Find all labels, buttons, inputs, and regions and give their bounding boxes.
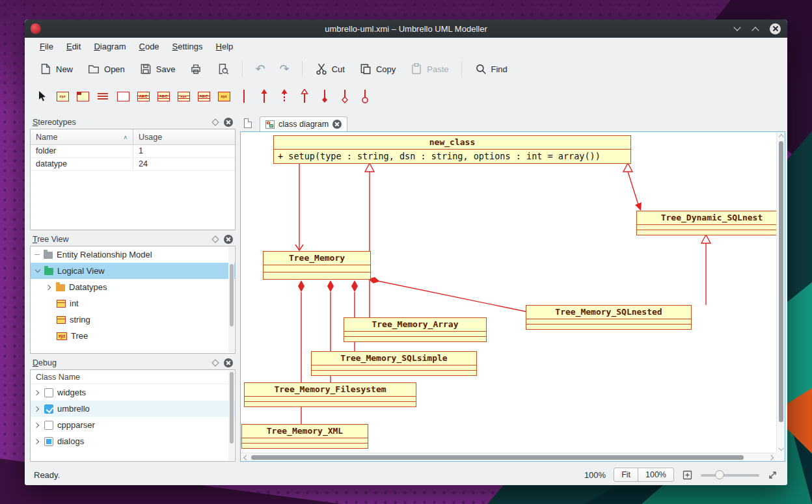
new-tab-button[interactable] (243, 118, 254, 130)
debug-item-umbrello[interactable]: umbrello (31, 401, 235, 417)
checkbox-unchecked[interactable] (44, 388, 53, 397)
stereotype-row[interactable]: folder 1 (31, 145, 235, 158)
checkbox-checked[interactable] (44, 405, 53, 414)
class-box-tree-memory-xml[interactable]: Tree_Memory_XML (241, 424, 368, 449)
generalization-tool-button[interactable] (297, 88, 312, 104)
float-dock-icon[interactable] (211, 359, 219, 366)
class-box-tree-memory-sqlnested[interactable]: Tree_Memory_SQLnested (526, 305, 692, 330)
enum-tool-button[interactable]: ABC (196, 88, 211, 104)
chevron-right-icon[interactable] (34, 438, 40, 444)
class-box-tree-memory-sqlsimple[interactable]: Tree_Memory_SQLsimple (311, 351, 477, 376)
menu-diagram[interactable]: Diagram (88, 40, 131, 53)
class-tool-button[interactable]: ABC (136, 88, 150, 104)
close-dock-icon[interactable] (224, 118, 233, 127)
undo-button[interactable]: ↶ (250, 59, 270, 79)
menu-settings[interactable]: Settings (167, 40, 209, 53)
tree-item-datatypes[interactable]: Datatypes (31, 279, 235, 295)
directed-association-tool-button[interactable] (257, 88, 271, 104)
class-box-tree-memory-filesystem[interactable]: Tree_Memory_Filesystem (244, 382, 416, 407)
debug-item-cppparser[interactable]: cppparser (31, 417, 235, 433)
dependency-tool-button[interactable] (277, 88, 291, 104)
new-button[interactable]: New (34, 59, 78, 79)
containment-tool-button[interactable] (358, 88, 372, 104)
chevron-right-icon[interactable] (46, 284, 52, 290)
canvas-vertical-scrollbar[interactable] (776, 132, 785, 453)
entity-tool-button[interactable]: xyz (217, 88, 231, 104)
titlebar[interactable]: umbrello-uml.xmi – Umbrello UML Modeller (25, 20, 787, 38)
scroll-right-icon[interactable] (769, 455, 774, 460)
open-button[interactable]: Open (82, 59, 130, 79)
tree-view-dock-header[interactable]: Tree View (30, 233, 236, 246)
float-dock-icon[interactable] (211, 118, 219, 126)
select-tool-button[interactable] (35, 88, 49, 104)
print-preview-button[interactable] (211, 59, 235, 79)
chevron-right-icon[interactable] (34, 390, 40, 395)
save-button[interactable]: Save (134, 59, 181, 79)
close-icon[interactable] (770, 23, 781, 34)
box-tool-button[interactable] (116, 88, 130, 104)
composition-tool-button[interactable] (318, 88, 332, 104)
class-box-tree-memory-array[interactable]: Tree_Memory_Array (344, 317, 487, 342)
copy-button[interactable]: Copy (354, 59, 401, 79)
menu-file[interactable]: File (34, 40, 59, 53)
debug-item-dialogs[interactable]: dialogs (31, 433, 235, 449)
debug-item-widgets[interactable]: widgets (31, 384, 235, 401)
package-tool-button[interactable] (75, 88, 90, 104)
zoom-slider[interactable] (701, 470, 759, 480)
debug-dock-header[interactable]: Debug (30, 356, 236, 369)
chevron-down-icon[interactable] (34, 268, 40, 274)
tree-item-string[interactable]: string (31, 312, 235, 328)
stereotypes-dock-header[interactable]: Stereotypes (30, 116, 236, 129)
checkbox-unchecked[interactable] (44, 421, 53, 430)
tab-class-diagram[interactable]: class diagram (260, 116, 347, 131)
fit-button[interactable]: Fit (614, 468, 638, 482)
find-button[interactable]: Find (469, 59, 513, 79)
slider-knob[interactable] (715, 470, 724, 479)
column-header-usage[interactable]: Usage (133, 129, 235, 144)
menu-code[interactable]: Code (133, 40, 165, 53)
tree-item-int[interactable]: int (31, 295, 235, 312)
association-tool-button[interactable] (237, 88, 251, 104)
object-tool-button[interactable]: xyz (55, 88, 70, 104)
redo-button[interactable]: ↷ (275, 59, 295, 79)
class-box-tree-dynamic-sqlnest[interactable]: Tree_Dynamic_SQLnest (636, 211, 785, 235)
maximize-icon[interactable] (751, 26, 759, 31)
chevron-right-icon[interactable] (34, 422, 40, 428)
tree-item-logical-view[interactable]: Logical View (31, 263, 235, 279)
zoom-100-button[interactable]: 100% (638, 468, 674, 482)
note-tool-button[interactable] (96, 88, 110, 104)
chevron-right-icon[interactable] (34, 406, 40, 412)
scroll-down-icon[interactable] (779, 446, 783, 451)
menu-help[interactable]: Help (210, 40, 239, 53)
minimize-icon[interactable] (733, 26, 741, 31)
tree-item-tree[interactable]: xyz Tree (31, 328, 235, 344)
class-box-tree-memory[interactable]: Tree_Memory (263, 251, 371, 280)
class-box-new-class[interactable]: new_class + setup(type : string, dsn : s… (273, 135, 631, 164)
checkbox-partial[interactable] (44, 437, 53, 446)
datatype-tool-button[interactable]: xyz (176, 88, 191, 104)
expand-resize-icon[interactable] (767, 470, 778, 481)
canvas-horizontal-scrollbar[interactable] (241, 453, 776, 461)
scrollbar-thumb[interactable] (779, 141, 783, 422)
zoom-fit-page-icon[interactable] (682, 470, 693, 481)
scrollbar-thumb[interactable] (230, 372, 234, 444)
menu-edit[interactable]: Edit (61, 40, 87, 53)
scrollbar-thumb[interactable] (251, 455, 744, 460)
aggregation-tool-button[interactable] (338, 88, 352, 104)
slider-track[interactable] (701, 474, 759, 477)
tree-view-scrollbar[interactable] (228, 247, 234, 352)
stereotype-row[interactable]: datatype 24 (31, 158, 235, 171)
scroll-left-icon[interactable] (243, 455, 248, 460)
float-dock-icon[interactable] (211, 235, 219, 243)
cut-button[interactable]: Cut (310, 59, 350, 79)
interface-tool-button[interactable]: ABC (156, 88, 170, 104)
paste-button[interactable]: Paste (405, 59, 453, 79)
print-button[interactable] (184, 59, 208, 79)
scroll-up-icon[interactable] (779, 134, 783, 139)
close-dock-icon[interactable] (224, 358, 233, 367)
column-header-name[interactable]: Name∧ (31, 129, 133, 144)
close-tab-icon[interactable] (332, 120, 342, 129)
scrollbar-thumb[interactable] (230, 264, 234, 326)
diagram-view[interactable]: new_class + setup(type : string, dsn : s… (240, 131, 785, 462)
tree-item-entity-relationship-model[interactable]: Entity Relationship Model (31, 246, 235, 263)
